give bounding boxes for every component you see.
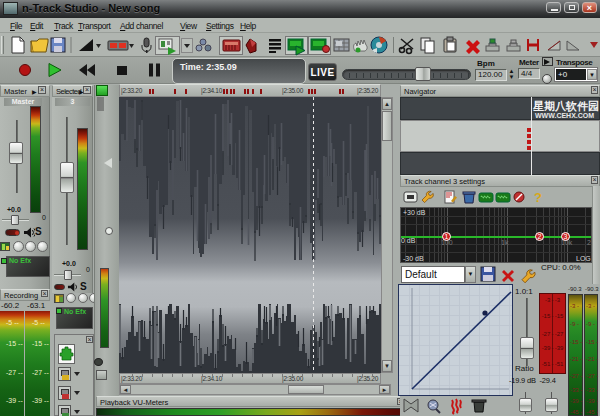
- svg-text:?: ?: [534, 190, 542, 205]
